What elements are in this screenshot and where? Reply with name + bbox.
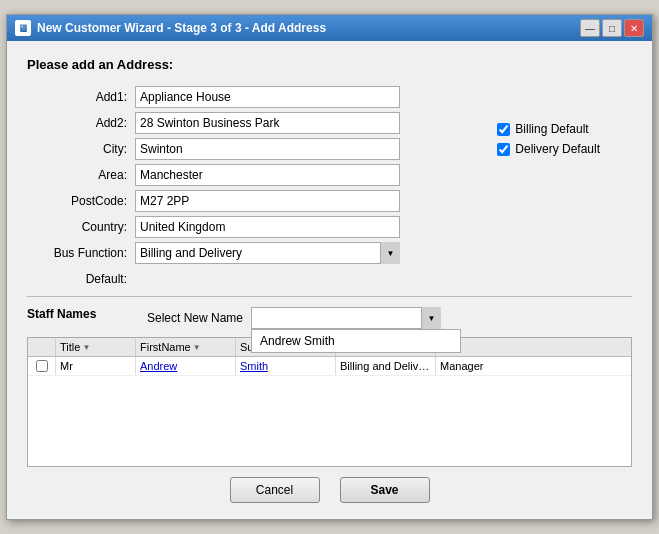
staff-names-label: Staff Names (27, 307, 127, 321)
section-heading: Please add an Address: (27, 57, 632, 72)
main-body: Please add an Address: Billing Default D… (27, 57, 632, 507)
country-label: Country: (27, 216, 127, 238)
billing-default-checkbox[interactable] (497, 123, 510, 136)
area-label: Area: (27, 164, 127, 186)
title-bar: 🖥 New Customer Wizard - Stage 3 of 3 - A… (7, 15, 652, 41)
dropdown-option-andrew-smith[interactable]: Andrew Smith (260, 334, 335, 348)
minimize-button[interactable]: — (580, 19, 600, 37)
row-title: Mr (56, 357, 136, 375)
maximize-button[interactable]: □ (602, 19, 622, 37)
row-firstname[interactable]: Andrew (136, 357, 236, 375)
staff-table-container: Title ▼ FirstName ▼ Surname ▼ Bus ▼ (27, 337, 632, 467)
address-form: Add1: Add2: City: Area: PostCode: Countr… (27, 86, 632, 286)
row-busfunc: Billing and Delivery (336, 357, 436, 375)
close-button[interactable]: ✕ (624, 19, 644, 37)
col-firstname[interactable]: FirstName ▼ (136, 338, 236, 356)
col-title-label: Title (60, 341, 80, 353)
billing-default-row: Billing Default (497, 122, 600, 136)
title-bar-controls: — □ ✕ (580, 19, 644, 37)
row-checkbox-cell (28, 357, 56, 375)
delivery-default-label: Delivery Default (515, 142, 600, 156)
delivery-default-row: Delivery Default (497, 142, 600, 156)
select-new-name-area: Select New Name ▼ Andrew Smith (147, 307, 441, 329)
window-icon: 🖥 (15, 20, 31, 36)
table-body: Mr Andrew Smith Billing and Delivery Man… (28, 357, 631, 463)
country-input[interactable] (135, 216, 400, 238)
window-content: Please add an Address: Billing Default D… (7, 41, 652, 519)
area-input[interactable] (135, 164, 400, 186)
cancel-button[interactable]: Cancel (230, 477, 320, 503)
name-select-input[interactable] (251, 307, 441, 329)
buttons-row: Cancel Save (27, 477, 632, 507)
col-firstname-label: FirstName (140, 341, 191, 353)
name-dropdown-popup: Andrew Smith (251, 329, 461, 353)
busfunc-select-wrapper: Billing and Delivery Billing Delivery ▼ (135, 242, 400, 264)
add2-input[interactable] (135, 112, 400, 134)
postcode-input[interactable] (135, 190, 400, 212)
add1-label: Add1: (27, 86, 127, 108)
save-button[interactable]: Save (340, 477, 430, 503)
default-value (135, 268, 632, 286)
row-surname[interactable]: Smith (236, 357, 336, 375)
row-checkbox[interactable] (36, 360, 48, 372)
table-row: Mr Andrew Smith Billing and Delivery Man… (28, 357, 631, 376)
row-manager: Manager (436, 357, 516, 375)
billing-default-label: Billing Default (515, 122, 588, 136)
col-title[interactable]: Title ▼ (56, 338, 136, 356)
postcode-label: PostCode: (27, 190, 127, 212)
col-firstname-sort: ▼ (193, 343, 201, 352)
title-bar-left: 🖥 New Customer Wizard - Stage 3 of 3 - A… (15, 20, 326, 36)
add2-label: Add2: (27, 112, 127, 134)
main-window: 🖥 New Customer Wizard - Stage 3 of 3 - A… (6, 14, 653, 520)
busfunc-label: Bus Function: (27, 242, 127, 264)
select-new-name-label: Select New Name (147, 311, 243, 325)
delivery-default-checkbox[interactable] (497, 143, 510, 156)
add1-input[interactable] (135, 86, 400, 108)
city-label: City: (27, 138, 127, 160)
name-select-wrapper: ▼ Andrew Smith (251, 307, 441, 329)
default-label: Default: (27, 268, 127, 286)
window-icon-glyph: 🖥 (18, 23, 28, 34)
staff-section-header: Staff Names Select New Name ▼ Andrew Smi… (27, 307, 632, 329)
col-title-sort: ▼ (82, 343, 90, 352)
col-checkbox (28, 338, 56, 356)
busfunc-select[interactable]: Billing and Delivery Billing Delivery (135, 242, 400, 264)
city-input[interactable] (135, 138, 400, 160)
window-title: New Customer Wizard - Stage 3 of 3 - Add… (37, 21, 326, 35)
checkboxes-area: Billing Default Delivery Default (497, 122, 600, 156)
divider (27, 296, 632, 297)
